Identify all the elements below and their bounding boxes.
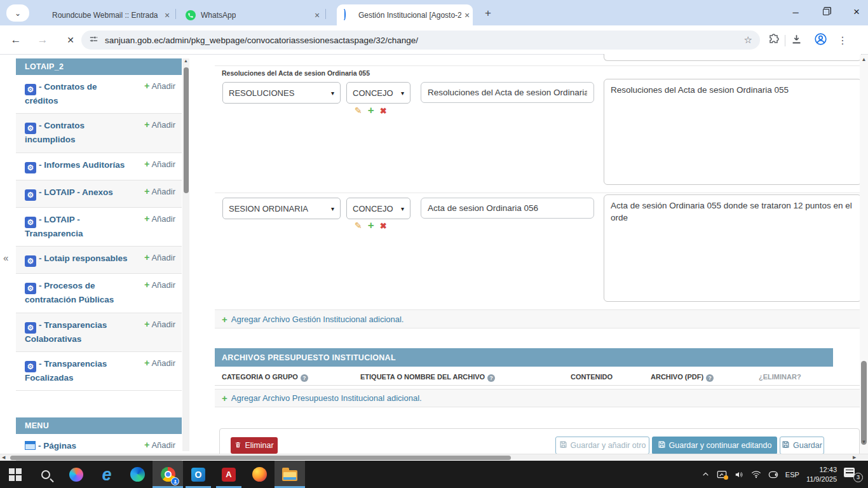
scroll-left-icon[interactable]: ◀ — [2, 455, 5, 460]
close-icon[interactable]: × — [311, 10, 323, 21]
add-link[interactable]: +Añadir — [144, 214, 175, 224]
help-icon[interactable]: ? — [487, 374, 495, 382]
guardar-button[interactable]: Guardar — [780, 437, 824, 454]
add-presupuesto-link[interactable]: Agregar Archivo Presupuesto Instituciona… — [231, 393, 422, 403]
cast-icon[interactable] — [717, 470, 727, 479]
meet-now-icon[interactable] — [768, 470, 778, 479]
horizontal-scrollbar-thumb[interactable] — [10, 456, 511, 460]
collapse-sidebar-button[interactable]: « — [3, 252, 8, 263]
url-text[interactable]: sanjuan.gob.ec/admin/pkg_webpage/convoca… — [105, 36, 739, 45]
name-input-row1[interactable] — [421, 82, 594, 103]
add-inline-icon[interactable]: + — [368, 104, 374, 117]
volume-icon[interactable] — [734, 470, 744, 479]
sidebar-item-lotaip-responsables[interactable]: ⚙- Lotaip responsables +Añadir — [16, 247, 182, 274]
clock[interactable]: 12:43 11/9/2025 — [806, 465, 837, 484]
tab-search-button[interactable]: ⌄ — [6, 4, 29, 22]
category-select-row1[interactable]: RESOLUCIONES ▾ — [222, 82, 341, 104]
sidebar-item-transparencias-focalizadas[interactable]: ⚙- Transparencias Focalizadas +Añadir — [16, 352, 182, 391]
sidebar-item-label: - LOTAIP - Anexos — [39, 187, 113, 197]
sidebar-item-lotaip-anexos[interactable]: ⚙- LOTAIP - Anexos +Añadir — [16, 180, 182, 208]
add-gestion-link[interactable]: Agregar Archivo Gestión Institucional ad… — [231, 315, 404, 324]
pencil-icon[interactable]: ✎ — [355, 220, 362, 231]
chrome-button[interactable] — [153, 461, 183, 488]
sidebar-item-contratos-creditos[interactable]: ⚙- Contratos de créditos +Añadir — [16, 75, 182, 114]
tray-chevron-icon[interactable] — [702, 470, 710, 478]
firefox-button[interactable] — [244, 461, 275, 488]
sidebar-scrollbar[interactable]: ▲ — [182, 58, 189, 451]
wifi-icon[interactable] — [751, 470, 761, 478]
explorer-button[interactable] — [275, 461, 305, 488]
name-input-row2[interactable] — [421, 198, 594, 219]
menu-kebab-icon[interactable]: ⋮ — [837, 34, 848, 46]
pencil-icon[interactable]: ✎ — [355, 105, 362, 116]
forward-button[interactable]: → — [34, 32, 51, 48]
extensions-icon[interactable] — [768, 33, 780, 48]
add-link[interactable]: +Añadir — [144, 440, 175, 450]
add-link[interactable]: +Añadir — [144, 319, 175, 329]
cutoff-textarea[interactable] — [604, 54, 862, 61]
remove-icon[interactable]: ✖ — [380, 106, 387, 116]
content-textarea-row1[interactable]: Resoluciones del Acta de sesion Ordinari… — [604, 79, 862, 185]
eliminar-button[interactable]: Eliminar — [231, 437, 278, 454]
start-button[interactable] — [0, 461, 31, 488]
guardar-continuar-button[interactable]: Guardar y continuar editando — [652, 437, 777, 454]
group-select-row2[interactable]: CONCEJO ▾ — [346, 198, 410, 219]
page-horizontal-scrollbar[interactable]: ◀ ▶ — [0, 454, 868, 460]
add-inline-icon[interactable]: + — [368, 219, 374, 232]
sidebar-item-procesos-contratacion[interactable]: ⚙- Procesos de contratación Públicas +Añ… — [16, 274, 182, 313]
guardar-anadir-button[interactable]: Guardar y añadir otro — [555, 437, 649, 454]
add-link[interactable]: +Añadir — [144, 280, 175, 290]
sidebar-item-lotaip-transparencia[interactable]: ⚙- LOTAIP - Transparencia +Añadir — [16, 208, 182, 247]
select-value: RESOLUCIONES — [229, 88, 294, 98]
scroll-up-icon[interactable]: ▲ — [182, 58, 189, 63]
acrobat-button[interactable]: A — [214, 461, 244, 488]
add-link[interactable]: +Añadir — [144, 252, 175, 262]
minimize-button[interactable]: ─ — [781, 0, 810, 24]
help-icon[interactable]: ? — [706, 374, 714, 382]
site-info-icon[interactable] — [89, 34, 98, 46]
remove-icon[interactable]: ✖ — [380, 221, 387, 231]
vertical-scrollbar-thumb[interactable] — [861, 361, 867, 445]
content-textarea-row2[interactable]: Acta de sesión Ordinaria 055 donde se tr… — [604, 194, 862, 302]
outlook-button[interactable]: O — [183, 461, 214, 488]
tab-whatsapp[interactable]: WhatsApp × — [179, 5, 323, 25]
add-link[interactable]: +Añadir — [144, 358, 175, 368]
sidebar-scrollbar-thumb[interactable] — [184, 67, 189, 193]
search-button[interactable] — [31, 461, 61, 488]
category-select-row2[interactable]: SESION ORDINARIA ▾ — [222, 198, 341, 219]
sidebar-item-transparencias-colaborativas[interactable]: ⚙- Transparencias Colaborativas +Añadir — [16, 313, 182, 352]
scroll-down-icon[interactable]: ▼ — [860, 439, 868, 445]
scroll-right-icon[interactable]: ▶ — [853, 455, 856, 460]
add-link[interactable]: +Añadir — [144, 81, 175, 91]
profile-icon[interactable] — [814, 32, 827, 48]
help-icon[interactable]: ? — [301, 374, 308, 382]
restore-button[interactable] — [811, 0, 841, 24]
copilot-button[interactable] — [61, 461, 92, 488]
ie-button[interactable]: e — [92, 461, 122, 488]
tab-roundcube[interactable]: Roundcube Webmail :: Entrada × — [31, 5, 173, 25]
close-icon[interactable]: × — [161, 10, 173, 21]
sidebar-item-informes-auditorias[interactable]: ⚙- Informes Auditorías +Añadir — [16, 153, 182, 180]
back-button[interactable]: ← — [8, 32, 24, 48]
new-tab-button[interactable]: + — [481, 6, 495, 20]
scroll-up-icon[interactable]: ▲ — [860, 57, 868, 62]
stop-button[interactable]: ✕ — [62, 32, 79, 48]
header-divider — [215, 385, 860, 386]
edge-button[interactable] — [122, 461, 153, 488]
sidebar-item-contratos-incumplidos[interactable]: ⚙- Contratos incumplidos +Añadir — [16, 114, 182, 152]
admin-sidebar: LOTAIP_2 ⚙- Contratos de créditos +Añadi… — [16, 58, 182, 488]
add-link[interactable]: +Añadir — [144, 159, 175, 169]
download-icon[interactable] — [790, 33, 803, 48]
language-indicator[interactable]: ESP — [785, 471, 799, 478]
page-vertical-scrollbar[interactable]: ▲ ▼ — [860, 55, 868, 454]
add-link[interactable]: +Añadir — [144, 119, 175, 130]
group-select-row1[interactable]: CONCEJO ▾ — [346, 82, 410, 104]
tab-gestion-active[interactable]: Gestión Institucional [Agosto-2 × — [337, 4, 473, 25]
notification-center-button[interactable]: 3 — [844, 467, 863, 482]
close-icon[interactable]: × — [461, 10, 473, 21]
close-window-button[interactable]: × — [842, 0, 868, 24]
bookmark-star-icon[interactable]: ☆ — [744, 34, 752, 46]
add-link[interactable]: +Añadir — [144, 186, 175, 196]
address-bar[interactable]: sanjuan.gob.ec/admin/pkg_webpage/convoca… — [81, 30, 760, 50]
tab-title: Roundcube Webmail :: Entrada — [52, 11, 158, 20]
